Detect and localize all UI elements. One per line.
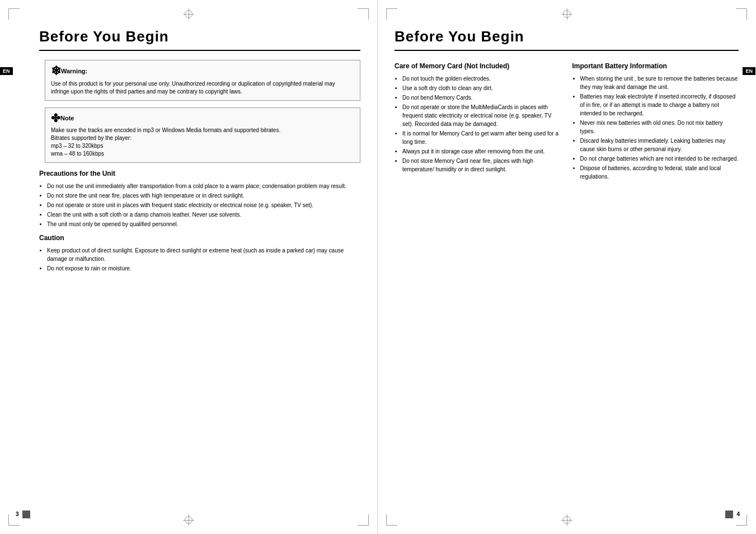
list-item: Do not store Memory Card near fire, plac…	[402, 157, 561, 174]
list-item: Batteries may leak electrolyte if insert…	[580, 92, 739, 118]
list-item: Do not store the unit near fire, places …	[47, 191, 360, 200]
list-item: It is normal for Memory Card to get warm…	[402, 129, 561, 146]
page-num-box-right	[725, 510, 733, 518]
page-num-box-left	[22, 510, 30, 518]
caution-title: Caution	[39, 234, 360, 242]
list-item: Always put it in storage case after remo…	[402, 147, 561, 156]
memory-card-list: Do not touch the golden electrodes. Use …	[402, 74, 561, 174]
corner-mark-tl-right	[386, 8, 397, 20]
right-page: EN Before You Begin Care of Memory Card …	[378, 0, 755, 534]
list-item: Do not operate or store unit in places w…	[47, 201, 360, 209]
memory-card-title: Care of Memory Card (Not Included)	[395, 62, 561, 70]
list-item: Do not touch the golden electrodes.	[402, 74, 561, 83]
corner-mark-tr-right	[736, 8, 747, 20]
right-page-title: Before You Begin	[395, 28, 739, 51]
page-number-left: 3	[16, 510, 30, 518]
list-item: Do not use the unit immediately after tr…	[47, 182, 360, 190]
precautions-title: Precautions for the Unit	[39, 170, 360, 177]
en-badge-right: EN	[743, 67, 755, 75]
crosshair-top-right	[561, 8, 572, 20]
page-number-right: 4	[725, 510, 740, 518]
battery-title: Important Battery Information	[572, 62, 739, 70]
crosshair-top-left	[183, 8, 194, 20]
list-item: Do not operate or store the MultiMediaCa…	[402, 103, 561, 128]
list-item: The unit must only be opened by qualifie…	[47, 220, 360, 228]
precautions-section: Precautions for the Unit Do not use the …	[39, 170, 360, 228]
list-item: Keep product out of direct sunlight. Exp…	[47, 246, 360, 263]
list-item: Never mix new batteries with old ones. D…	[580, 119, 739, 135]
warning-label: Warning:	[61, 68, 87, 74]
battery-list: When storing the unit , be sure to remov…	[580, 74, 739, 181]
warning-text: Use of this product is for your personal…	[51, 80, 354, 96]
list-item: Do not expose to rain or moisture.	[47, 264, 360, 273]
note-box: ✤ Note Make sure the tracks are encoded …	[45, 107, 360, 163]
note-label: Note	[60, 115, 74, 121]
caution-list: Keep product out of direct sunlight. Exp…	[47, 246, 360, 273]
crosshair-circle	[185, 10, 192, 18]
note-header: ✤ Note	[51, 113, 354, 124]
list-item: When storing the unit , be sure to remov…	[580, 74, 739, 91]
warning-icon: ❄	[51, 65, 61, 77]
note-icon: ✤	[51, 113, 60, 124]
list-item: Dispose of batteries, according to feder…	[580, 164, 739, 181]
list-item: Discard leaky batteries immediately. Lea…	[580, 137, 739, 153]
list-item: Clean the unit with a soft cloth or a da…	[47, 210, 360, 219]
corner-mark-br	[358, 514, 369, 526]
list-item: Use a soft dry cloth to clean any dirt.	[402, 84, 561, 92]
list-item: Do not charge batteries which are not in…	[580, 154, 739, 163]
right-page-content: Care of Memory Card (Not Included) Do no…	[395, 60, 739, 186]
crosshair-bottom-right	[561, 514, 572, 526]
crosshair-circle-bottom-right	[563, 516, 571, 524]
caution-section: Caution Keep product out of direct sunli…	[39, 234, 360, 273]
crosshair-bottom-left	[183, 514, 194, 526]
memory-card-col: Care of Memory Card (Not Included) Do no…	[395, 60, 561, 186]
warning-header: ❄ Warning:	[51, 65, 354, 77]
left-page-title: Before You Begin	[39, 28, 360, 51]
left-page: EN Before You Begin ❄ Warning: Use of th…	[0, 0, 378, 534]
crosshair-circle-bottom	[185, 516, 192, 524]
precautions-list: Do not use the unit immediately after tr…	[47, 182, 360, 228]
battery-col: Important Battery Information When stori…	[572, 60, 739, 186]
corner-mark-tl	[8, 8, 20, 20]
corner-mark-bl-right	[386, 514, 397, 526]
en-badge-left: EN	[0, 67, 13, 75]
crosshair-circle-top-right	[563, 10, 571, 18]
note-text: Make sure the tracks are encoded in mp3 …	[51, 127, 354, 158]
corner-mark-tr	[358, 8, 369, 20]
warning-box: ❄ Warning: Use of this product is for yo…	[45, 60, 360, 101]
list-item: Do not bend Memory Cards.	[402, 93, 561, 102]
